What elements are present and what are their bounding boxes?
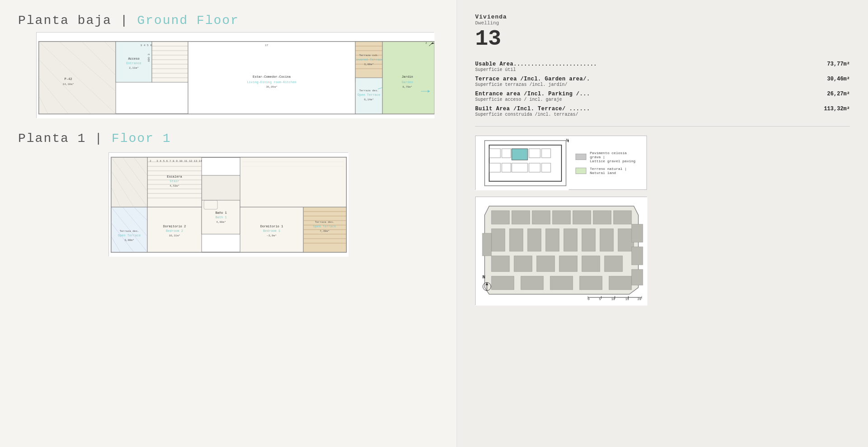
area-item: Terrace area /Incl. Garden area/. 30,46m…: [475, 76, 850, 87]
svg-text:P-42: P-42: [65, 77, 72, 81]
svg-rect-178: [632, 269, 643, 285]
svg-text:Open Terrace: Open Terrace: [313, 225, 336, 228]
svg-text:Terraza cub.: Terraza cub.: [359, 54, 378, 57]
area-sub-label: Superficie útil: [475, 67, 850, 72]
svg-rect-155: [593, 211, 611, 224]
right-panel: Vivienda Dwelling 13 Usable Area........…: [457, 0, 868, 447]
svg-rect-174: [580, 276, 602, 290]
svg-text:Terraza des.: Terraza des.: [359, 89, 378, 92]
legend-item-green: Terreno natural |Natural land: [576, 167, 640, 175]
svg-text:7,39m²: 7,39m²: [320, 230, 330, 233]
svg-rect-160: [546, 229, 559, 251]
svg-text:Open Terrace: Open Terrace: [358, 93, 380, 97]
area-value: 26,27m²: [827, 91, 850, 97]
svg-text:Covered Terrace: Covered Terrace: [354, 58, 383, 61]
svg-text:8,79m²: 8,79m²: [402, 85, 412, 89]
svg-text:3,08m²: 3,08m²: [364, 63, 374, 66]
svg-text:3 4 5 6 7 8 9 10 11 12 13 14: 3 4 5 6 7 8 9 10 11 12 13 14: [156, 160, 202, 163]
svg-rect-150: [491, 211, 509, 224]
svg-text:Dormitorio 1: Dormitorio 1: [260, 225, 283, 228]
dwelling-number: 13: [475, 28, 850, 50]
area-item: Entrance area /Incl. Parking /... 26,27m…: [475, 91, 850, 102]
svg-text:14,18m²: 14,18m²: [62, 83, 74, 86]
svg-rect-152: [532, 211, 550, 224]
svg-text:Baño 1: Baño 1: [215, 211, 226, 215]
svg-rect-157: [491, 229, 505, 251]
scale-bar: 0 5 10 15 20: [588, 295, 642, 301]
compass-indicator: N: [482, 274, 491, 293]
svg-rect-40: [355, 42, 382, 82]
svg-text:2: 2: [425, 42, 427, 45]
svg-rect-159: [528, 229, 541, 251]
svg-text:Jardín: Jardín: [401, 75, 413, 79]
ground-floor-plan: P-42 14,18m² Acceso Entrance 2,11m² 2 3 …: [36, 32, 434, 118]
svg-rect-166: [514, 256, 532, 272]
dwelling-label: Vivienda: [475, 14, 850, 20]
svg-rect-171: [491, 276, 514, 290]
area-sub-label: Superficie construida /incl. terrazas/: [475, 112, 850, 117]
svg-text:Terraza des.: Terraza des.: [119, 230, 139, 233]
legend-item-grey: Pavimento celosía gráva |Lattice gravel …: [576, 151, 640, 163]
svg-text:ADO 3: ADO 3: [147, 54, 151, 62]
svg-rect-168: [559, 256, 577, 272]
svg-text:Estar-Comedor-Cocina: Estar-Comedor-Cocina: [253, 75, 291, 79]
svg-text:Bedroom 2: Bedroom 2: [166, 229, 183, 233]
svg-text:10,11m²: 10,11m²: [169, 234, 180, 237]
svg-rect-162: [582, 229, 595, 251]
svg-text:4,08m²: 4,08m²: [216, 221, 226, 224]
area-value: 30,46m²: [827, 76, 850, 82]
svg-rect-170: [604, 256, 623, 272]
floor1-svg: Terraza des. Open Terrace 3,08m² Dormito…: [109, 153, 349, 257]
svg-text:Garden: Garden: [401, 80, 413, 84]
svg-text:Entrance: Entrance: [126, 61, 142, 65]
svg-text:15: 15: [625, 297, 629, 300]
ground-floor-svg: P-42 14,18m² Acceso Entrance 2,11m² 2 3 …: [37, 33, 434, 118]
svg-rect-176: [632, 224, 643, 242]
area-sub-label: Superficie terrazas /incl. jardín/: [475, 82, 850, 87]
floor1-plan: Terraza des. Open Terrace 3,08m² Dormito…: [108, 152, 348, 256]
legend-label-grey: Pavimento celosía gráva |Lattice gravel …: [590, 151, 640, 163]
site-plan-drawing-top: N: [476, 136, 569, 190]
svg-rect-165: [491, 256, 509, 272]
svg-text:Terraza des.: Terraza des.: [315, 221, 334, 224]
svg-rect-123: [240, 157, 346, 207]
left-panel: Planta baja | Ground Floor P-42 14,18m²: [0, 0, 457, 447]
svg-text:Acceso: Acceso: [128, 57, 139, 61]
svg-rect-135: [512, 149, 528, 160]
svg-rect-179: [482, 233, 491, 256]
svg-text:17: 17: [265, 44, 269, 47]
site-plan-bottom: N 0 5 10 15 20: [475, 197, 647, 305]
floor1-title: Planta 1 | Floor 1: [18, 132, 171, 146]
svg-rect-167: [537, 256, 555, 272]
svg-text:2: 2: [150, 160, 151, 163]
svg-text:6,14m²: 6,14m²: [364, 98, 374, 101]
svg-text:3,08m²: 3,08m²: [124, 239, 134, 242]
svg-rect-177: [632, 247, 643, 265]
ground-floor-title: Planta baja | Ground Floor: [18, 14, 239, 28]
dwelling-info: Vivienda Dwelling 13: [475, 14, 850, 50]
area-value: 73,77m²: [827, 61, 850, 67]
legend-swatch-grey: [576, 154, 586, 160]
area-bold-label: Built Area /Incl. Terrace/ ......: [475, 106, 590, 112]
svg-text:Bedroom 1: Bedroom 1: [263, 229, 280, 233]
svg-text:5: 5: [599, 297, 601, 300]
legend-swatch-green: [576, 168, 586, 174]
area-item: Usable Area........................ 73,7…: [475, 61, 850, 72]
area-bold-label: Usable Area........................: [475, 61, 597, 67]
svg-rect-156: [613, 211, 632, 224]
svg-text:20: 20: [637, 297, 641, 300]
svg-text:Escalera: Escalera: [167, 175, 182, 179]
svg-text:4,53m²: 4,53m²: [170, 184, 179, 188]
svg-marker-182: [486, 282, 488, 285]
svg-text:2,11m²: 2,11m²: [129, 66, 139, 70]
svg-rect-154: [573, 211, 591, 224]
svg-text:35,05m²: 35,05m²: [266, 85, 277, 89]
svg-rect-20: [152, 42, 188, 82]
svg-rect-169: [582, 256, 600, 272]
area-bold-label: Terrace area /Incl. Garden area/.: [475, 76, 590, 82]
legend: Pavimento celosía gráva |Lattice gravel …: [569, 136, 646, 189]
svg-rect-173: [550, 276, 573, 290]
svg-text:Open Terrace: Open Terrace: [118, 234, 141, 237]
svg-rect-163: [600, 229, 613, 251]
svg-rect-161: [564, 229, 577, 251]
